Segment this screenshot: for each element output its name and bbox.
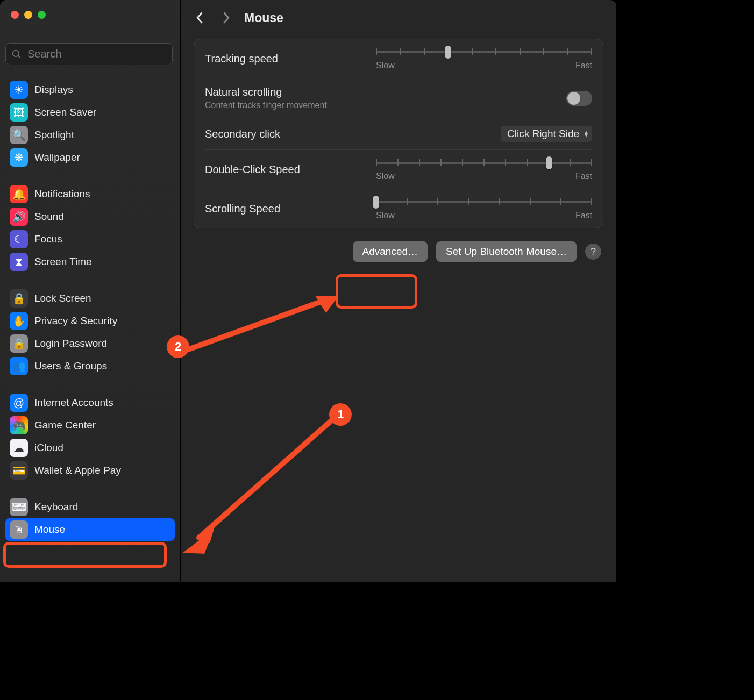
sidebar-item-label: Screen Time [34, 256, 92, 268]
keyboard-icon: ⌨ [10, 498, 28, 516]
secondary-click-label: Secondary click [205, 128, 366, 140]
users-icon: 👥 [10, 357, 28, 375]
slider-min-label: Slow [376, 172, 395, 181]
sidebar-item-label: Focus [34, 233, 62, 245]
nav-forward-button[interactable] [218, 10, 233, 25]
sidebar-item-label: Screen Saver [34, 106, 96, 118]
game-icon: 🎮 [10, 416, 28, 434]
secondary-click-select[interactable]: Click Right Side ▲▼ [501, 126, 592, 142]
sun-icon: ☀ [10, 81, 28, 99]
sidebar-item-internet-accounts[interactable]: @Internet Accounts [5, 391, 175, 414]
sidebar-item-login-password[interactable]: 🔒Login Password [5, 332, 175, 355]
sidebar-item-label: Sound [34, 211, 64, 223]
sidebar-item-wallet-apple-pay[interactable]: 💳Wallet & Apple Pay [5, 459, 175, 482]
advanced-button[interactable]: Advanced… [353, 241, 428, 262]
row-scrolling-speed: Scrolling Speed Slow Fast [205, 189, 592, 228]
sidebar-item-label: Wallet & Apple Pay [34, 465, 121, 476]
cloud-icon: ☁ [10, 439, 28, 457]
slider-max-label: Fast [575, 61, 592, 70]
sidebar-item-wallpaper[interactable]: ❋Wallpaper [5, 146, 175, 169]
double-click-label: Double-Click Speed [205, 163, 366, 176]
sidebar: ☀Displays🖼Screen Saver🔍Spotlight❋Wallpap… [0, 0, 181, 582]
sidebar-item-label: Keyboard [34, 501, 78, 513]
slider-max-label: Fast [575, 211, 592, 220]
sidebar-item-label: Wallpaper [34, 152, 80, 163]
sidebar-item-notifications[interactable]: 🔔Notifications [5, 183, 175, 205]
scrolling-speed-slider[interactable] [376, 197, 592, 208]
chevron-left-icon [195, 11, 205, 24]
sidebar-item-label: Displays [34, 84, 73, 96]
speaker-icon: 🔊 [10, 208, 28, 226]
setup-bluetooth-mouse-button[interactable]: Set Up Bluetooth Mouse… [436, 241, 577, 262]
minimize-window-button[interactable] [24, 11, 32, 19]
natural-scrolling-toggle[interactable] [566, 91, 592, 106]
sidebar-item-users-groups[interactable]: 👥Users & Groups [5, 355, 175, 377]
tracking-speed-label: Tracking speed [205, 53, 366, 65]
sidebar-item-spotlight[interactable]: 🔍Spotlight [5, 124, 175, 146]
sidebar-item-label: Mouse [34, 524, 65, 535]
row-double-click-speed: Double-Click Speed Slow Fast [205, 149, 592, 189]
sidebar-item-label: iCloud [34, 442, 63, 454]
slider-min-label: Slow [376, 61, 395, 70]
double-click-slider[interactable] [376, 158, 592, 168]
lock-icon: 🔒 [10, 289, 28, 308]
sidebar-item-label: Game Center [34, 419, 96, 431]
nav-back-button[interactable] [193, 10, 208, 25]
mouse-settings-panel: Tracking speed Slow Fast Natural [194, 39, 603, 228]
hourglass-icon: ⧗ [10, 253, 28, 271]
main-pane: Mouse Tracking speed Slow Fast [181, 0, 616, 582]
sidebar-item-label: Internet Accounts [34, 397, 113, 409]
mouse-icon: 🖱 [10, 520, 28, 539]
tracking-speed-slider[interactable] [376, 47, 592, 58]
flower-icon: ❋ [10, 148, 28, 167]
close-window-button[interactable] [11, 11, 19, 19]
moon-icon: ☾ [10, 230, 28, 248]
footer-buttons: Advanced… Set Up Bluetooth Mouse… ? [194, 228, 603, 275]
chevron-right-icon [221, 11, 231, 24]
main-header: Mouse [181, 0, 616, 35]
sidebar-item-screen-time[interactable]: ⧗Screen Time [5, 251, 175, 273]
sidebar-item-mouse[interactable]: 🖱Mouse [5, 518, 175, 541]
sidebar-item-focus[interactable]: ☾Focus [5, 228, 175, 251]
natural-scrolling-label: Natural scrolling [205, 86, 366, 98]
sidebar-item-privacy-security[interactable]: ✋Privacy & Security [5, 310, 175, 332]
sidebar-item-label: Login Password [34, 338, 107, 349]
row-tracking-speed: Tracking speed Slow Fast [205, 39, 592, 78]
slider-max-label: Fast [575, 172, 592, 181]
system-settings-window: ☀Displays🖼Screen Saver🔍Spotlight❋Wallpap… [0, 0, 616, 582]
secondary-click-value: Click Right Side [507, 128, 579, 140]
sidebar-item-label: Privacy & Security [34, 315, 117, 327]
chevron-updown-icon: ▲▼ [584, 131, 589, 137]
page-title: Mouse [244, 11, 283, 25]
search-input[interactable] [26, 47, 167, 61]
sidebar-list: ☀Displays🖼Screen Saver🔍Spotlight❋Wallpap… [0, 72, 180, 582]
help-button[interactable]: ? [585, 244, 601, 260]
sidebar-item-screen-saver[interactable]: 🖼Screen Saver [5, 101, 175, 124]
window-controls [0, 0, 180, 26]
sidebar-item-label: Spotlight [34, 129, 74, 141]
sidebar-item-lock-screen[interactable]: 🔒Lock Screen [5, 287, 175, 310]
bell-icon: 🔔 [10, 185, 28, 203]
photo-icon: 🖼 [10, 103, 28, 122]
sidebar-item-game-center[interactable]: 🎮Game Center [5, 414, 175, 437]
hand-icon: ✋ [10, 312, 28, 330]
wallet-icon: 💳 [10, 461, 28, 480]
maximize-window-button[interactable] [38, 11, 46, 19]
scrolling-speed-label: Scrolling Speed [205, 203, 366, 215]
sidebar-item-icloud[interactable]: ☁iCloud [5, 437, 175, 459]
search-field[interactable] [5, 43, 173, 65]
row-secondary-click: Secondary click Click Right Side ▲▼ [205, 118, 592, 149]
search-icon [11, 49, 22, 60]
sidebar-item-displays[interactable]: ☀Displays [5, 78, 175, 101]
natural-scrolling-sub: Content tracks finger movement [205, 101, 366, 110]
at-icon: @ [10, 394, 28, 412]
slider-min-label: Slow [376, 211, 395, 220]
padlock-icon: 🔒 [10, 334, 28, 353]
svg-point-0 [13, 50, 19, 56]
sidebar-item-keyboard[interactable]: ⌨Keyboard [5, 496, 175, 518]
sidebar-item-sound[interactable]: 🔊Sound [5, 205, 175, 228]
sidebar-item-label: Notifications [34, 188, 90, 200]
sidebar-item-label: Lock Screen [34, 292, 91, 304]
search-icon: 🔍 [10, 126, 28, 144]
svg-line-1 [18, 55, 20, 58]
